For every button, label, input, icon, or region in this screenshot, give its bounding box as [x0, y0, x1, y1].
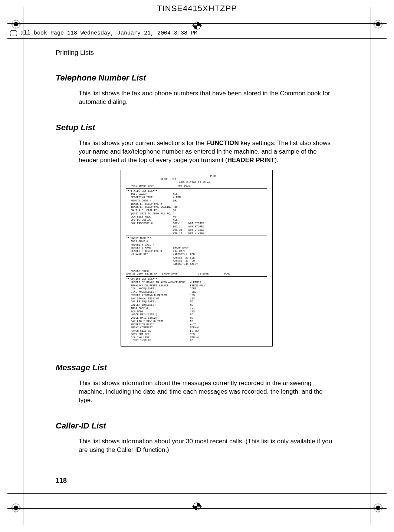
crop-rule — [7, 493, 387, 494]
section-body-callerid: This list shows information about your 3… — [79, 437, 338, 454]
section-body-telephone: This list shows the fax and phone number… — [79, 89, 338, 106]
header-code: TINSE4415XHTZPP — [0, 4, 394, 13]
running-head: Printing Lists — [56, 49, 338, 57]
text: This list shows your current selections … — [79, 139, 206, 147]
page: TINSE4415XHTZPP all.book Page 118 Wednes… — [0, 0, 394, 532]
registration-mark-icon — [192, 502, 202, 511]
bold-header-print: HEADER PRINT — [227, 157, 275, 164]
page-number: 118 — [56, 477, 67, 485]
section-title-telephone: Telephone Number List — [56, 73, 338, 83]
bold-function: FUNCTION — [206, 139, 239, 147]
section-title-setup: Setup List — [56, 123, 338, 132]
section-body-message: This list shows information about the me… — [79, 379, 338, 405]
crop-rule — [7, 38, 387, 39]
page-content: Printing Lists Telephone Number List Thi… — [56, 49, 338, 454]
registration-mark-icon — [11, 503, 21, 513]
registration-mark-icon — [192, 21, 202, 30]
section-title-callerid: Caller-ID List — [56, 421, 338, 431]
setup-list-printout: P.01 SETUP LIST APR-15-2004 03:15 AM FOR… — [121, 170, 273, 347]
crop-rule — [356, 7, 356, 525]
registration-mark-icon — [373, 19, 383, 29]
crop-rule — [23, 7, 23, 525]
book-meta-line: all.book Page 118 Wednesday, January 21,… — [20, 30, 197, 36]
text: ). — [275, 157, 278, 164]
crop-rule — [38, 7, 38, 525]
crop-rule — [371, 7, 371, 525]
section-title-message: Message List — [56, 363, 338, 372]
registration-mark-icon — [11, 19, 21, 29]
section-body-setup: This list shows your current selections … — [79, 139, 338, 165]
registration-mark-icon — [373, 503, 383, 513]
